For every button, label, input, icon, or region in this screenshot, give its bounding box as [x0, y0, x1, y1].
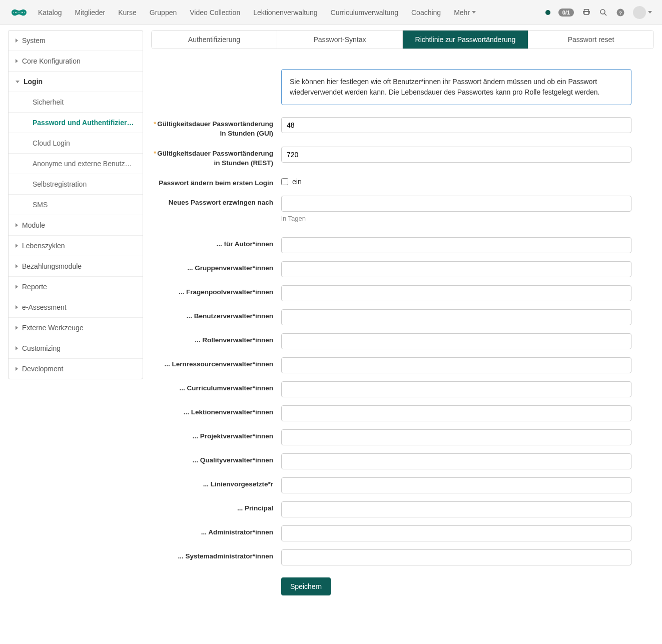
status-dot	[545, 10, 550, 15]
tab-richtlinie-zur-passwort-nderung[interactable]: Richtlinie zur Passwortänderung	[403, 31, 528, 49]
input-role-9[interactable]	[281, 453, 631, 469]
input-role-13[interactable]	[281, 549, 631, 565]
chevron-right-icon	[16, 367, 18, 371]
sidebar-item-e-assessment[interactable]: e-Assessment	[9, 297, 143, 318]
nav-more[interactable]: Mehr	[454, 9, 476, 17]
sidebar-subitem-sicherheit[interactable]: Sicherheit	[9, 92, 143, 113]
tab-passwort-reset[interactable]: Passwort reset	[528, 31, 653, 49]
sidebar-item-label: Core Konfiguration	[22, 57, 81, 65]
save-button[interactable]: Speichern	[281, 577, 331, 595]
input-role-12[interactable]	[281, 525, 631, 541]
label-role-2: ... Fragenpoolverwalter*innen	[151, 285, 281, 297]
field-role-11: ... Principal	[151, 501, 631, 517]
input-role-6[interactable]	[281, 381, 631, 397]
field-role-5: ... Lernressourcenverwalter*innen	[151, 357, 631, 373]
checkbox-label-ein[interactable]: ein	[292, 178, 302, 186]
field-role-1: ... Gruppenverwalter*innen	[151, 261, 631, 277]
sidebar-subitem-cloud-login[interactable]: Cloud Login	[9, 133, 143, 154]
sidebar-item-label: Bezahlungsmodule	[22, 262, 82, 270]
label-role-10: ... Linienvorgesetzte*r	[151, 477, 281, 489]
label-role-1: ... Gruppenverwalter*innen	[151, 261, 281, 273]
info-box: Sie können hier festlegen wie oft Benutz…	[281, 69, 631, 105]
nav-link-lektionenverwaltung[interactable]: Lektionenverwaltung	[253, 9, 317, 17]
sidebar-item-lebenszyklen[interactable]: Lebenszyklen	[9, 236, 143, 256]
checkbox-change-first-login[interactable]	[281, 178, 288, 185]
nav-link-video-collection[interactable]: Video Collection	[190, 9, 240, 17]
input-role-2[interactable]	[281, 285, 631, 301]
label-role-12: ... Administrator*innen	[151, 525, 281, 537]
label-role-0: ... für Autor*innen	[151, 237, 281, 249]
top-nav: KatalogMitgliederKurseGruppenVideo Colle…	[0, 0, 662, 25]
label-role-8: ... Projektverwalter*innen	[151, 429, 281, 441]
chevron-right-icon	[16, 59, 18, 63]
sidebar-item-label: Login	[24, 78, 43, 86]
input-role-8[interactable]	[281, 429, 631, 445]
sidebar-item-label: e-Assessment	[22, 303, 67, 311]
sidebar-item-externe-werkzeuge[interactable]: Externe Werkzeuge	[9, 318, 143, 338]
sidebar-item-label: Development	[22, 365, 64, 373]
svg-point-3	[600, 10, 605, 14]
sidebar-item-label: Lebenszyklen	[22, 242, 65, 250]
label-role-5: ... Lernressourcenverwalter*innen	[151, 357, 281, 369]
input-role-3[interactable]	[281, 309, 631, 325]
sidebar-item-development[interactable]: Development	[9, 359, 143, 379]
input-role-10[interactable]	[281, 477, 631, 493]
tab-passwort-syntax[interactable]: Passwort-Syntax	[277, 31, 403, 49]
sidebar-subitem-anonyme-und-externe-benutzer-innen[interactable]: Anonyme und externe Benutzer*innen	[9, 154, 143, 174]
nav-links: KatalogMitgliederKurseGruppenVideo Colle…	[38, 9, 545, 17]
nav-link-coaching[interactable]: Coaching	[411, 9, 441, 17]
badge-count[interactable]: 0/1	[558, 9, 574, 17]
sidebar-item-core-konfiguration[interactable]: Core Konfiguration	[9, 51, 143, 72]
nav-link-mitglieder[interactable]: Mitglieder	[75, 9, 105, 17]
sidebar-subitem-password-und-authentifizierung[interactable]: Password und Authentifizierung	[9, 113, 143, 133]
sidebar: SystemCore KonfigurationLoginSicherheitP…	[8, 30, 143, 379]
input-role-0[interactable]	[281, 237, 631, 253]
user-menu[interactable]	[633, 6, 652, 19]
input-role-5[interactable]	[281, 357, 631, 373]
field-role-10: ... Linienvorgesetzte*r	[151, 477, 631, 493]
input-validity-gui[interactable]	[281, 117, 631, 133]
tab-authentifizierung[interactable]: Authentifizierung	[152, 31, 277, 49]
help-icon[interactable]: ?	[616, 8, 625, 17]
input-role-11[interactable]	[281, 501, 631, 517]
svg-rect-2	[584, 11, 589, 14]
logo[interactable]	[10, 4, 28, 22]
tabs: AuthentifizierungPasswort-SyntaxRichtlin…	[151, 30, 654, 49]
nav-link-gruppen[interactable]: Gruppen	[150, 9, 177, 17]
input-role-7[interactable]	[281, 405, 631, 421]
label-role-13: ... Systemadministrator*innen	[151, 549, 281, 561]
input-role-1[interactable]	[281, 261, 631, 277]
nav-link-katalog[interactable]: Katalog	[38, 9, 62, 17]
sidebar-item-label: Externe Werkzeuge	[22, 324, 84, 332]
sidebar-item-login[interactable]: Login	[9, 72, 143, 92]
field-role-3: ... Benutzerverwalter*innen	[151, 309, 631, 325]
label-role-11: ... Principal	[151, 501, 281, 513]
chevron-right-icon	[16, 346, 18, 350]
nav-link-curriculumverwaltung[interactable]: Curriculumverwaltung	[331, 9, 398, 17]
chevron-down-icon	[648, 11, 652, 14]
field-validity-gui: *Gültigkeitsdauer Passwortänderung in St…	[151, 117, 631, 139]
chevron-right-icon	[16, 223, 18, 227]
input-role-4[interactable]	[281, 333, 631, 349]
search-icon[interactable]	[599, 8, 608, 17]
print-icon[interactable]	[582, 8, 591, 17]
sidebar-item-system[interactable]: System	[9, 31, 143, 51]
input-validity-rest[interactable]	[281, 147, 631, 163]
chevron-right-icon	[16, 305, 18, 309]
nav-link-kurse[interactable]: Kurse	[118, 9, 137, 17]
sidebar-subitem-sms[interactable]: SMS	[9, 195, 143, 215]
avatar	[633, 6, 646, 19]
sidebar-item-customizing[interactable]: Customizing	[9, 338, 143, 359]
field-role-0: ... für Autor*innen	[151, 237, 631, 253]
label-role-6: ... Curriculumverwalter*innen	[151, 381, 281, 393]
hint-force-after: in Tagen	[281, 215, 631, 222]
sidebar-item-reporte[interactable]: Reporte	[9, 277, 143, 297]
field-role-13: ... Systemadministrator*innen	[151, 549, 631, 565]
chevron-right-icon	[16, 285, 18, 289]
sidebar-subitem-selbstregistration[interactable]: Selbstregistration	[9, 174, 143, 195]
input-force-after[interactable]	[281, 196, 631, 212]
sidebar-item-module[interactable]: Module	[9, 215, 143, 236]
label-role-7: ... Lektionenverwalter*innen	[151, 405, 281, 417]
field-role-8: ... Projektverwalter*innen	[151, 429, 631, 445]
sidebar-item-bezahlungsmodule[interactable]: Bezahlungsmodule	[9, 256, 143, 277]
